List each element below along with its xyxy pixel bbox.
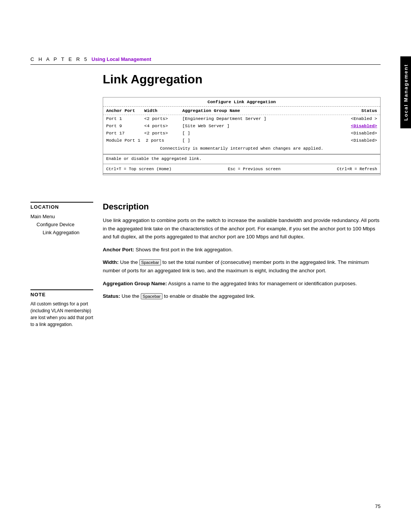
terminal-header: Configure Link Aggregation (103, 97, 380, 107)
row1-anchor: Port 1 (106, 116, 144, 121)
row3-name: [ ] (182, 131, 335, 136)
note-heading: NOTE (30, 289, 93, 297)
help-left: Ctrl+T = Top screen (Home) (106, 167, 172, 171)
note-text: All custom settings for a port (includin… (30, 300, 93, 328)
description-section: Description Use link aggregation to comb… (103, 202, 381, 306)
row2-name: [Site Web Server ] (182, 123, 335, 128)
note-section: NOTE All custom settings for a port (inc… (30, 289, 93, 328)
col-width-header: Width (144, 108, 182, 113)
status-label: Status: (103, 293, 120, 299)
row1-width: <2 ports> (144, 116, 182, 121)
row4-anchor: Module Port 1 (106, 138, 144, 143)
row3-anchor: Port 17 (106, 131, 144, 136)
terminal-notice: Connectivity is momentarily interrupted … (103, 144, 380, 153)
row4-status: <Disabled> (335, 138, 377, 143)
location-configure-device: Configure Device (30, 221, 93, 229)
help-mid: Esc = Previous screen (228, 167, 281, 171)
page-number: 75 (375, 503, 381, 509)
row1-name: [Engineering Department Server ] (182, 116, 335, 121)
table-row: Module Port 1 2 ports [ ] <Disabled> (103, 137, 380, 144)
agg-para: Aggregation Group Name: Assigns a name t… (103, 280, 381, 288)
chapter-label: C H A P T E R 5 (30, 56, 89, 62)
status-para: Status: Use the Spacebar to enable or di… (103, 292, 381, 300)
spacebar-key-status: Spacebar (141, 293, 162, 299)
agg-label: Aggregation Group Name: (103, 281, 167, 286)
row1-status: <Enabled > (335, 116, 377, 121)
location-section: LOCATION Main Menu Configure Device Link… (30, 202, 93, 236)
col-name-header: Aggregation Group Name (182, 108, 335, 113)
col-anchor-header: Anchor Port (106, 108, 144, 113)
terminal-enable-line: Enable or disable the aggregated link. (103, 155, 380, 162)
terminal-help-row: Ctrl+T = Top screen (Home) Esc = Previou… (103, 166, 380, 173)
help-right: Ctrl+R = Refresh (337, 167, 377, 171)
spacebar-key-width: Spacebar (139, 259, 161, 265)
page-title: Link Aggregation (103, 72, 202, 86)
anchor-port-label: Anchor Port: (103, 247, 134, 252)
row2-width: <4 ports> (144, 123, 182, 128)
anchor-port-para: Anchor Port: Shows the first port in the… (103, 246, 381, 254)
description-intro: Use link aggregation to combine ports on… (103, 216, 381, 300)
row3-width: <2 ports> (144, 131, 182, 136)
terminal-box: Configure Link Aggregation Anchor Port W… (103, 97, 381, 175)
table-row: Port 1 <2 ports> [Engineering Department… (103, 115, 380, 122)
chapter-header: C H A P T E R 5 Using Local Management (30, 56, 381, 65)
location-heading: LOCATION (30, 202, 93, 210)
width-para: Width: Use the Spacebar to set the total… (103, 258, 381, 275)
row2-status: <Disabled> (335, 123, 377, 128)
row4-width: 2 ports (144, 138, 182, 143)
row4-name: [ ] (182, 138, 335, 143)
row2-anchor: Port 9 (106, 123, 144, 128)
width-label: Width: (103, 259, 119, 265)
row3-status: <Disabled> (335, 131, 377, 136)
side-tab: Local Management (400, 56, 411, 128)
description-heading: Description (103, 202, 381, 212)
location-link-aggregation: Link Aggregation (30, 229, 93, 237)
chapter-title: Using Local Management (92, 56, 151, 62)
location-main-menu: Main Menu (30, 213, 93, 221)
terminal-columns: Anchor Port Width Aggregation Group Name… (103, 107, 380, 115)
col-status-header: Status (335, 108, 377, 113)
table-row: Port 17 <2 ports> [ ] <Disabled> (103, 129, 380, 137)
table-row: Port 9 <4 ports> [Site Web Server ] <Dis… (103, 122, 380, 129)
